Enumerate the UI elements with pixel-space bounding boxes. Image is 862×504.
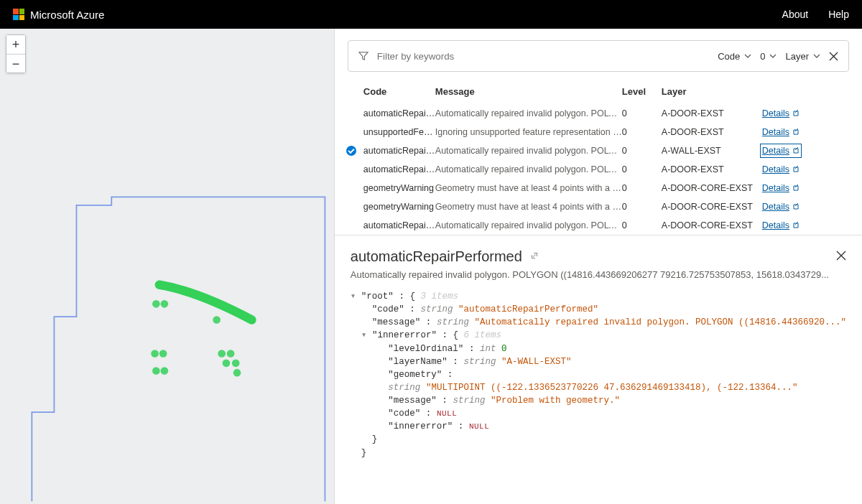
help-link[interactable]: Help — [828, 9, 849, 20]
svg-point-5 — [152, 367, 160, 375]
cell-layer: A-DOOR-CORE-EXST — [662, 183, 762, 193]
map-canvas[interactable] — [0, 29, 334, 504]
cell-code: geometryWarning — [363, 183, 435, 193]
svg-point-6 — [161, 367, 169, 375]
chevron-down-icon — [769, 52, 777, 60]
cell-level: 0 — [622, 220, 662, 230]
cell-code: automaticRepair... — [363, 108, 435, 118]
external-link-icon — [792, 129, 800, 136]
zoom-control: + − — [6, 34, 26, 73]
brand-logo: Microsoft Azure — [13, 9, 104, 21]
repair-highlight-arc — [159, 285, 252, 320]
cell-code: automaticRepair... — [363, 164, 435, 174]
link-icon[interactable] — [529, 251, 539, 263]
map-pane[interactable]: + − — [0, 29, 335, 504]
table-row[interactable]: automaticRepair...Automatically repaired… — [335, 216, 862, 235]
external-link-icon — [792, 166, 800, 173]
svg-point-10 — [232, 360, 240, 368]
cell-code: geometryWarning — [363, 202, 435, 212]
detail-panel: automaticRepairPerformed Automatically r… — [335, 235, 862, 504]
col-level: Level — [622, 86, 662, 97]
table-header: Code Message Level Layer — [335, 79, 862, 104]
external-link-icon — [792, 203, 800, 210]
chevron-down-icon — [744, 52, 751, 60]
cell-code: automaticRepair... — [363, 146, 435, 156]
cell-layer: A-DOOR-EXST — [662, 108, 762, 118]
zoom-in-button[interactable]: + — [6, 35, 25, 54]
col-code: Code — [363, 86, 435, 97]
cell-layer: A-DOOR-EXST — [662, 164, 762, 174]
level-filter-dropdown[interactable]: 0 — [760, 51, 777, 62]
external-link-icon — [792, 147, 800, 154]
details-link[interactable]: Details — [762, 146, 800, 156]
zoom-out-button[interactable]: − — [6, 54, 25, 73]
cell-message: Automatically repaired invalid polygon. … — [435, 164, 622, 174]
microsoft-icon — [13, 9, 24, 20]
building-outline — [32, 197, 325, 501]
svg-point-3 — [151, 350, 159, 358]
svg-point-2 — [213, 316, 221, 324]
cell-message: Geometry must have at least 4 points wit… — [435, 202, 622, 212]
cell-layer: A-DOOR-CORE-EXST — [662, 202, 762, 212]
cell-message: Geometry must have at least 4 points wit… — [435, 183, 622, 193]
cell-level: 0 — [622, 183, 662, 193]
top-bar: Microsoft Azure About Help — [0, 0, 862, 29]
cell-level: 0 — [622, 108, 662, 118]
details-link[interactable]: Details — [762, 127, 800, 137]
details-link[interactable]: Details — [762, 202, 800, 212]
cell-message: Automatically repaired invalid polygon. … — [435, 108, 622, 118]
brand-text: Microsoft Azure — [30, 9, 104, 21]
detail-subtitle: Automatically repaired invalid polygon. … — [351, 269, 846, 280]
json-viewer[interactable]: ▾ "root" : { 3 items "code" : string "au… — [351, 290, 846, 459]
details-link[interactable]: Details — [762, 220, 800, 230]
cell-code: unsupportedFeat... — [363, 127, 435, 137]
svg-point-4 — [159, 350, 167, 358]
table-row[interactable]: geometryWarningGeometry must have at lea… — [335, 179, 862, 197]
cell-code: automaticRepair... — [363, 220, 435, 230]
svg-point-1 — [161, 300, 169, 308]
cell-layer: A-WALL-EXST — [662, 146, 762, 156]
table-row[interactable]: geometryWarningGeometry must have at lea… — [335, 197, 862, 216]
details-link[interactable]: Details — [762, 183, 800, 193]
cell-level: 0 — [622, 127, 662, 137]
details-link[interactable]: Details — [762, 108, 800, 118]
svg-point-9 — [223, 360, 231, 368]
details-link[interactable]: Details — [762, 164, 800, 174]
issues-pane: Code 0 Layer Code Message Level Layer — [335, 29, 862, 504]
svg-point-0 — [152, 300, 160, 308]
filter-icon — [358, 51, 369, 61]
external-link-icon — [792, 110, 800, 117]
svg-point-7 — [218, 350, 226, 358]
issues-table: Code Message Level Layer automaticRepair… — [335, 79, 862, 235]
about-link[interactable]: About — [782, 9, 809, 20]
table-row[interactable]: unsupportedFeat...Ignoring unsupported f… — [335, 123, 862, 141]
cell-message: Ignoring unsupported feature representat… — [435, 127, 622, 137]
external-link-icon — [792, 222, 800, 229]
cell-layer: A-DOOR-CORE-EXST — [662, 220, 762, 230]
cell-message: Automatically repaired invalid polygon. … — [435, 220, 622, 230]
filter-input[interactable] — [377, 51, 499, 62]
code-filter-dropdown[interactable]: Code — [718, 51, 751, 62]
clear-filters-button[interactable] — [829, 52, 838, 61]
external-link-icon — [792, 185, 800, 192]
cell-level: 0 — [622, 164, 662, 174]
table-row[interactable]: automaticRepair...Automatically repaired… — [335, 141, 862, 160]
layer-filter-dropdown[interactable]: Layer — [785, 51, 820, 62]
cell-level: 0 — [622, 146, 662, 156]
cell-layer: A-DOOR-EXST — [662, 127, 762, 137]
svg-point-8 — [227, 350, 235, 358]
col-layer: Layer — [662, 86, 762, 97]
filter-bar: Code 0 Layer — [348, 40, 849, 72]
cell-message: Automatically repaired invalid polygon. … — [435, 146, 622, 156]
cell-level: 0 — [622, 202, 662, 212]
table-row[interactable]: automaticRepair...Automatically repaired… — [335, 104, 862, 123]
selected-indicator-icon — [346, 146, 356, 156]
svg-point-11 — [233, 369, 241, 377]
close-detail-button[interactable] — [836, 251, 846, 263]
col-message: Message — [435, 86, 622, 97]
table-row[interactable]: automaticRepair...Automatically repaired… — [335, 160, 862, 179]
detail-title: automaticRepairPerformed — [351, 248, 522, 265]
chevron-down-icon — [813, 52, 820, 60]
